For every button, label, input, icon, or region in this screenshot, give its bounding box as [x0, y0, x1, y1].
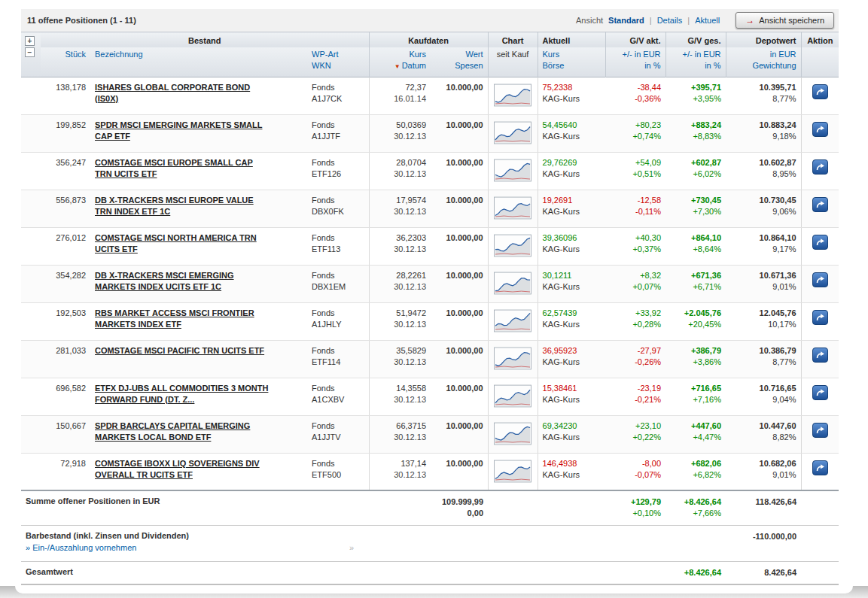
gv-akt-cell: +8,32+0,07% — [605, 265, 665, 302]
stueck-cell: 354,282 — [41, 265, 90, 302]
gv-ges-cell: +602,87+6,02% — [665, 152, 726, 190]
order-action-button[interactable] — [812, 460, 828, 475]
header-gvges-eur[interactable]: +/- in EUR — [671, 49, 721, 60]
order-action-button[interactable] — [812, 272, 828, 287]
wert-value: 10.000,00 — [435, 195, 483, 206]
position-name-link[interactable]: ETFX DJ-UBS ALL COMMODITIES 3 MONTH FORW… — [95, 383, 270, 405]
position-name-link[interactable]: COMSTAGE MSCI EUROPE SMALL CAP TRN UCITS… — [95, 157, 270, 180]
position-name-link[interactable]: COMSTAGE MSCI NORTH AMERICA TRN UCITS ET… — [95, 232, 270, 255]
sparkline-chart[interactable] — [494, 121, 531, 146]
sparkline-chart[interactable] — [494, 347, 531, 372]
stueck-cell: 281,033 — [41, 340, 90, 378]
wert-cell: 10.000,00 — [431, 190, 488, 227]
gv-ges-cell: +730,45+7,30% — [665, 190, 726, 227]
depotwert-cell: 10.602,878,95% — [726, 152, 801, 190]
einauszahlung-link[interactable]: » Ein-/Auszahlung vornehmen — [26, 543, 136, 552]
kaufkurs-cell: 51,947230.12.13 — [369, 302, 431, 340]
position-name-link[interactable]: SPDR MSCI EMERGING MARKETS SMALL CAP ETF — [95, 120, 270, 142]
header-gvges-pct[interactable]: in % — [671, 60, 721, 71]
header-datum[interactable]: ▼Datum — [374, 60, 427, 72]
sparkline-chart[interactable] — [494, 159, 531, 184]
depotwert-cell: 10.447,608,82% — [726, 415, 801, 453]
wp-cell: FondsETF500 — [307, 453, 369, 490]
table-row: 354,282DB X-TRACKERS MSCI EMERGING MARKE… — [21, 265, 839, 302]
kaufkurs-cell: 137,1430.12.13 — [369, 453, 431, 490]
header-spesen[interactable]: Spesen — [435, 60, 483, 71]
position-name-link[interactable]: DB X-TRACKERS MSCI EMERGING MARKETS INDE… — [95, 270, 270, 293]
order-action-button[interactable] — [812, 310, 828, 325]
gv-ges-eur-value: +602,87 — [670, 157, 721, 168]
collapse-all-icon[interactable]: − — [25, 47, 35, 57]
header-bezeichnung[interactable]: Bezeichnung — [95, 49, 303, 60]
gv-akt-pct-value: +0,37% — [610, 244, 661, 255]
header-gvakt-pct[interactable]: in % — [611, 60, 661, 71]
table-row: 199,852SPDR MSCI EMERGING MARKETS SMALL … — [21, 114, 839, 152]
position-name-link[interactable]: COMSTAGE IBOXX LIQ SOVEREIGNS DIV OVERAL… — [95, 458, 270, 481]
view-aktuell-link[interactable]: Aktuell — [695, 16, 720, 25]
wert-value: 10.000,00 — [435, 232, 483, 244]
sparkline-chart[interactable] — [494, 272, 531, 296]
gewichtung-value: 8,77% — [730, 93, 796, 105]
order-arrow-icon — [815, 275, 825, 284]
header-wert[interactable]: Wert — [435, 49, 483, 60]
wp-art-value: Fonds — [312, 458, 364, 469]
sparkline-chart[interactable] — [494, 83, 531, 108]
sparkline-chart[interactable] — [494, 234, 531, 259]
gewichtung-value: 8,77% — [730, 357, 796, 368]
order-action-button[interactable] — [812, 197, 828, 212]
view-standard-link[interactable]: Standard — [608, 16, 644, 25]
barbestand-value: -110.000,00 — [730, 531, 796, 542]
expand-all-icon[interactable]: + — [25, 36, 35, 46]
position-name-link[interactable]: SPDR BARCLAYS CAPITAL EMERGING MARKETS L… — [95, 420, 270, 443]
gv-akt-eur-value: +54,09 — [610, 157, 661, 168]
order-action-button[interactable] — [812, 235, 828, 250]
header-boerse[interactable]: Börse — [543, 60, 601, 71]
header-kurs[interactable]: Kurs — [374, 49, 427, 60]
depotwert-cell: 10.864,109,17% — [726, 227, 801, 265]
gv-ges-eur-value: +447,60 — [670, 420, 721, 432]
header-wp-art[interactable]: WP-Art — [312, 49, 364, 60]
table-header: + − Bestand Kaufdaten Chart Aktuell G/V … — [21, 32, 839, 77]
header-gewichtung[interactable]: Gewichtung — [731, 60, 796, 71]
gewichtung-value: 9,06% — [730, 206, 796, 217]
sparkline-chart[interactable] — [494, 196, 531, 221]
wert-cell: 10.000,00 — [431, 415, 488, 453]
position-name-link[interactable]: ISHARES GLOBAL CORPORATE BOND (IS0X) — [95, 82, 270, 105]
kaufdatum-value: 30.12.13 — [374, 131, 427, 142]
sparkline-chart[interactable] — [494, 309, 531, 334]
depotwert-value: 10.864,10 — [730, 232, 796, 244]
wp-cell: FondsDBX0FK — [307, 190, 369, 227]
name-cell: ISHARES GLOBAL CORPORATE BOND (IS0X) — [90, 77, 307, 114]
aktion-cell — [801, 453, 839, 490]
gv-akt-eur-value: -8,00 — [610, 458, 661, 469]
order-action-button[interactable] — [812, 84, 828, 99]
sum-wert-value: 109.999,99 — [373, 496, 483, 508]
wert-value: 10.000,00 — [435, 383, 483, 394]
sparkline-chart[interactable] — [494, 460, 531, 484]
view-details-link[interactable]: Details — [657, 16, 683, 25]
order-action-button[interactable] — [812, 348, 828, 363]
position-name-link[interactable]: DB X-TRACKERS MSCI EUROPE VALUE TRN INDE… — [95, 195, 270, 217]
sum-gv-ges-pct: +7,66% — [670, 508, 721, 519]
order-arrow-icon — [815, 426, 825, 435]
header-wkn[interactable]: WKN — [312, 60, 364, 71]
sparkline-chart[interactable] — [494, 422, 531, 447]
order-action-button[interactable] — [812, 122, 828, 137]
save-view-button[interactable]: → Ansicht speichern — [736, 12, 834, 29]
header-stueck[interactable]: Stück — [45, 49, 86, 60]
gv-ges-pct-value: +8,64% — [670, 244, 721, 255]
gv-ges-pct-value: +4,47% — [670, 432, 721, 443]
order-action-button[interactable] — [812, 159, 828, 175]
aktuell-cell: 19,2691KAG-Kurs — [538, 190, 605, 227]
header-aktuell-kurs[interactable]: Kurs — [543, 49, 601, 60]
depotwert-cell: 10.395,718,77% — [726, 77, 801, 114]
header-gvakt-eur[interactable]: +/- in EUR — [611, 49, 661, 60]
sparkline-chart[interactable] — [494, 384, 531, 409]
position-name-link[interactable]: COMSTAGE MSCI PACIFIC TRN UCITS ETF — [95, 345, 264, 357]
order-action-button[interactable] — [812, 385, 828, 400]
header-in-eur[interactable]: in EUR — [731, 49, 796, 60]
depotwert-value: 10.682,06 — [730, 458, 796, 469]
wert-value: 10.000,00 — [435, 308, 483, 319]
order-action-button[interactable] — [812, 423, 828, 438]
position-name-link[interactable]: RBS MARKET ACCESS MSCI FRONTIER MARKETS … — [95, 308, 270, 330]
